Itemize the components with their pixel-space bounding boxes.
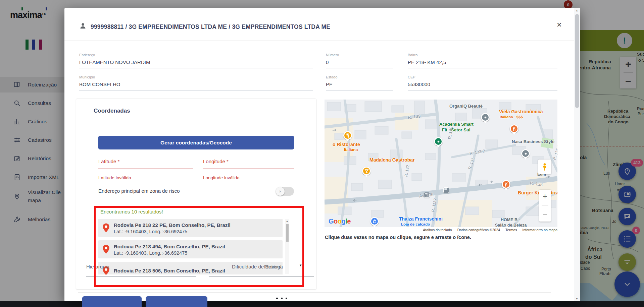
modal-action-button-2[interactable]	[146, 296, 207, 307]
map-attribution-item[interactable]: Informar erro no mapa	[523, 228, 557, 232]
bus-stop-icon[interactable]	[443, 187, 449, 193]
dificuldade-label: Dificuldade de Entrega	[232, 264, 283, 269]
map-label: OrganiQ Beauté	[449, 104, 483, 109]
drink-pin-icon[interactable]	[362, 167, 371, 175]
dificuldade-select[interactable]	[209, 277, 314, 277]
geocode-button[interactable]: Gerar coordenadas/Geocode	[98, 136, 294, 149]
client-address-modal: 9999988811 / 3G EMPREENDIMENTOS LTDA ME …	[64, 8, 580, 301]
map-label: Thaíza Francischini	[399, 216, 443, 222]
map-label: Fit - Setor Sul	[442, 127, 470, 132]
map-zoom-control[interactable]: + −	[539, 190, 551, 222]
scrollbar-thumb[interactable]	[575, 14, 579, 108]
map-zoom-in[interactable]: +	[543, 192, 547, 201]
latitude-label: Latitude *	[98, 159, 119, 164]
geocode-result-item[interactable]: Rodovia Pe 218 22 PE, Bom Conselho, PE, …	[98, 219, 283, 237]
pegman-control[interactable]	[538, 160, 551, 174]
numero-field[interactable]: Número 0	[326, 53, 393, 68]
hierarquia-select[interactable]	[86, 277, 196, 277]
municipio-field[interactable]: Município BOM CONSELHO	[79, 75, 313, 90]
map-label: Burger King | Driv	[518, 190, 557, 195]
map-attribution-item[interactable]: Atalhos do teclado	[423, 228, 452, 232]
map-attribution: Atalhos do tecladoDados cartográficos ©2…	[325, 228, 557, 232]
map-zoom-out[interactable]: −	[543, 210, 547, 220]
map-label: Nasa Business Style	[512, 139, 554, 144]
map-caption: Clique duas vezes no mapa ou clique, seg…	[325, 235, 471, 240]
map-label: HOME B -	[501, 218, 520, 222]
result-address: Rodovia Pe 218 506, Bom Conselho, PE, Br…	[114, 267, 225, 274]
cep-field[interactable]: CEP 55330000	[408, 75, 557, 90]
dificuldade-caret-icon: ▾	[300, 263, 302, 267]
results-scrollbar[interactable]: ▲	[285, 219, 289, 274]
google-logo[interactable]: Google	[329, 218, 351, 225]
map-label: Italiana · $$$	[500, 115, 523, 119]
results-header: Encontramos 10 resultados!	[100, 209, 163, 214]
place-pin-icon	[102, 245, 110, 254]
toggle-knob: ✕	[276, 187, 285, 196]
risk-zone-label: Endereço principal em zona de risco	[98, 188, 180, 194]
pegman-icon	[541, 163, 548, 171]
modal-scrollbar[interactable]: ▲ ▼	[574, 8, 580, 301]
food-pin-icon[interactable]	[502, 180, 510, 189]
poi-pin-icon[interactable]	[481, 113, 490, 122]
drag-dots	[276, 298, 287, 299]
result-coordinates: Lat.: -9.160403, Long.:-36.692475	[114, 250, 225, 256]
result-address: Rodovia Pe 218 494, Bom Conselho, PE, Br…	[114, 243, 225, 250]
geocode-result-item[interactable]: Rodovia Pe 218 494, Bom Conselho, PE, Br…	[98, 240, 283, 258]
shop-pin-icon[interactable]	[370, 217, 379, 226]
longitude-error: Longitude inválida	[203, 175, 240, 180]
modal-action-button-1[interactable]	[82, 296, 142, 307]
map-label: Salão de Beleza	[495, 223, 527, 227]
screen: 0 maximaTE RoteirizaçãoConsultasGráficos…	[0, 0, 644, 307]
food-pin-icon[interactable]	[343, 131, 352, 140]
endereco-field[interactable]: Endereço LOTEAMENTO NOVO JARDIM	[79, 53, 313, 68]
latitude-error: Latitude inválida	[98, 175, 131, 180]
modal-title: 9999988811 / 3G EMPREENDIMENTOS LTDA ME …	[91, 23, 330, 30]
risk-zone-toggle[interactable]: ✕	[276, 187, 294, 196]
result-address: Rodovia Pe 218 22 PE, Bom Conselho, PE, …	[114, 222, 231, 229]
bairro-field[interactable]: Bairro PE 218- KM 42,5	[408, 53, 557, 68]
poi-pin-icon[interactable]	[521, 149, 530, 158]
title-divider	[64, 41, 574, 41]
close-icon[interactable]: ✕	[555, 19, 563, 30]
map-label: o Ristorante	[333, 142, 360, 147]
map-label: Academia Smart	[439, 122, 474, 127]
longitude-input[interactable]	[203, 169, 294, 169]
place-pin-icon	[102, 223, 110, 233]
map-label: Madalena Gastrobar	[369, 157, 415, 163]
coordinates-card: Coordenadas Gerar coordenadas/Geocode La…	[76, 99, 316, 290]
food-pin-icon[interactable]	[510, 124, 518, 133]
result-coordinates: Lat.: -9.160403, Long.:-36.692475	[114, 229, 231, 234]
coordinates-heading: Coordenadas	[94, 108, 130, 114]
latitude-input[interactable]	[98, 169, 193, 169]
map-label: Loja de calçado	[401, 222, 430, 226]
map-attribution-item: Dados cartográficos ©2024	[457, 228, 500, 232]
map-attribution-item[interactable]: Termos	[505, 228, 517, 232]
person-icon	[79, 22, 87, 29]
modal-map[interactable]: R. 139R. 148R. 131R. 132R. 1137R. 132-BR…	[325, 100, 557, 227]
estado-field[interactable]: Estado PE	[326, 75, 393, 90]
map-label: Viela Gastronômica	[499, 109, 543, 114]
longitude-label: Longitude *	[203, 159, 229, 164]
hierarquia-label: Hierarquia	[86, 264, 109, 269]
poi-pin-icon[interactable]	[434, 137, 443, 146]
map-label: Italiana	[344, 147, 358, 152]
